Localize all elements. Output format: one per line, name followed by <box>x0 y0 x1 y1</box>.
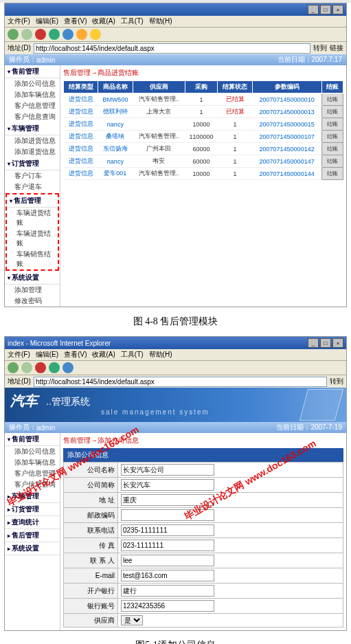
menu-help[interactable]: 帮助(H) <box>149 350 172 359</box>
minimize-button[interactable]: _ <box>308 5 319 14</box>
sidebar-item[interactable]: 添加退货信息 <box>5 146 60 157</box>
sidebar-item[interactable]: 客户信息查询 <box>5 111 60 122</box>
home-icon[interactable] <box>63 362 73 373</box>
sidebar-group-aftersale[interactable]: 售后管理 <box>5 529 60 542</box>
cell-type[interactable]: 进货信息 <box>64 168 98 180</box>
menu-file[interactable]: 文件(F) <box>8 16 30 26</box>
sidebar-group-presale[interactable]: 售前管理 <box>5 65 60 78</box>
stop-icon[interactable] <box>35 362 46 373</box>
maximize-button[interactable]: □ <box>320 338 331 348</box>
search-icon[interactable] <box>76 29 87 40</box>
menu-view[interactable]: 查看(V) <box>64 16 87 26</box>
close-button[interactable]: × <box>332 338 343 348</box>
sidebar-item[interactable]: 车辆销售结账 <box>7 249 58 269</box>
cell-code[interactable]: 2007071450000015 <box>252 118 321 131</box>
cell-code[interactable]: 2007071450000107 <box>252 131 321 143</box>
address-input[interactable] <box>34 377 327 387</box>
form-input[interactable] <box>121 600 214 612</box>
close-button[interactable]: × <box>332 5 343 14</box>
forward-icon[interactable] <box>21 29 32 40</box>
menu-fav[interactable]: 收藏(A) <box>92 350 115 359</box>
cell-product[interactable]: 桑塔纳 <box>98 131 133 143</box>
sidebar-group-order[interactable]: 订货管理 <box>5 157 60 170</box>
menu-file[interactable]: 文件(F) <box>8 350 30 359</box>
sidebar-item[interactable]: 客户信息管理 <box>5 468 60 479</box>
settle-button[interactable]: 结账 <box>322 106 343 118</box>
sidebar-item[interactable]: 客户信息查询 <box>5 479 60 490</box>
form-input[interactable] <box>121 555 214 566</box>
menu-tools[interactable]: 工具(T) <box>121 16 144 26</box>
cell-type[interactable]: 进货信息 <box>64 155 98 168</box>
sidebar-group-vehicle[interactable]: 车辆管理 <box>5 122 60 135</box>
settle-button[interactable]: 结账 <box>322 168 343 180</box>
cell-product[interactable]: BMW500 <box>98 93 133 106</box>
sidebar-group-vehicle[interactable]: 车辆管理 <box>5 490 60 503</box>
sidebar-item[interactable]: 客户信息管理 <box>5 100 60 111</box>
cell-type[interactable]: 进货信息 <box>64 131 98 143</box>
settle-button[interactable]: 结账 <box>322 131 343 143</box>
cell-product[interactable]: 德联利特 <box>98 106 133 118</box>
cell-type[interactable]: 进货信息 <box>64 143 98 155</box>
sidebar-item[interactable]: 添加管理 <box>5 285 60 296</box>
cell-code[interactable]: 2007071450000010 <box>252 93 321 106</box>
settle-button[interactable]: 结账 <box>322 93 343 106</box>
sidebar-item[interactable]: 添加车辆信息 <box>5 89 60 100</box>
minimize-button[interactable]: _ <box>308 338 319 348</box>
sidebar-item[interactable]: 添加进货信息 <box>5 135 60 146</box>
form-select[interactable]: 是 <box>121 615 143 625</box>
form-input[interactable] <box>121 509 214 521</box>
sidebar-group-presale[interactable]: 售前管理 <box>5 433 60 446</box>
menu-edit[interactable]: 编辑(E) <box>36 16 58 26</box>
sidebar-item[interactable]: 车辆进货结账 <box>7 208 58 228</box>
cell-product[interactable]: nancy <box>98 155 133 168</box>
address-input[interactable] <box>34 43 310 54</box>
cell-code[interactable]: 2007071450000013 <box>252 106 321 118</box>
form-input[interactable] <box>121 494 214 506</box>
menu-view[interactable]: 查看(V) <box>64 350 87 359</box>
cell-product[interactable]: 爱车001 <box>98 168 133 180</box>
settle-button[interactable]: 结账 <box>322 118 343 131</box>
cell-type[interactable]: 进货信息 <box>64 93 98 106</box>
refresh-icon[interactable] <box>49 362 60 373</box>
form-input[interactable] <box>121 524 214 536</box>
sidebar-item[interactable]: 修改密码 <box>5 296 60 307</box>
settle-button[interactable]: 结账 <box>322 143 343 155</box>
sidebar-item[interactable]: 添加公司信息 <box>5 446 60 457</box>
menu-edit[interactable]: 编辑(E) <box>36 350 58 359</box>
form-input[interactable] <box>121 585 214 597</box>
menu-tools[interactable]: 工具(T) <box>121 350 144 359</box>
sidebar-group-order[interactable]: 订货管理 <box>5 503 60 516</box>
sidebar-group-system[interactable]: 系统设置 <box>5 271 60 285</box>
menu-help[interactable]: 帮助(H) <box>149 16 172 26</box>
maximize-button[interactable]: □ <box>320 5 331 14</box>
cell-type[interactable]: 进货信息 <box>64 118 98 131</box>
form-input[interactable] <box>121 570 214 581</box>
cell-code[interactable]: 2007071450000142 <box>252 143 321 155</box>
form-input[interactable] <box>121 540 214 551</box>
back-icon[interactable] <box>8 29 19 40</box>
home-icon[interactable] <box>63 29 73 40</box>
sidebar-item[interactable]: 客户退车 <box>5 181 60 192</box>
sidebar-item[interactable]: 车辆进货结账 <box>7 228 58 249</box>
sidebar-group-system[interactable]: 系统设置 <box>5 542 60 555</box>
sidebar-item[interactable]: 添加车辆信息 <box>5 457 60 468</box>
settle-button[interactable]: 结账 <box>322 155 343 168</box>
go-button[interactable]: 转到 <box>330 377 343 386</box>
back-icon[interactable] <box>8 362 19 373</box>
stop-icon[interactable] <box>35 29 46 40</box>
cell-code[interactable]: 2007071450000147 <box>252 155 321 168</box>
sidebar-item[interactable]: 客户订车 <box>5 170 60 181</box>
menu-fav[interactable]: 收藏(A) <box>92 16 115 26</box>
go-button[interactable]: 转到 <box>313 43 327 53</box>
form-input[interactable] <box>121 464 214 476</box>
cell-product[interactable]: 东信扬海 <box>98 143 133 155</box>
cell-product[interactable]: nancy <box>98 118 133 131</box>
sidebar-group-aftersale[interactable]: 售后管理 <box>7 195 58 208</box>
sidebar-item[interactable]: 添加公司信息 <box>5 78 60 89</box>
sidebar-group-stats[interactable]: 查询统计 <box>5 516 60 529</box>
form-input[interactable] <box>121 479 214 491</box>
favorites-icon[interactable] <box>90 29 101 40</box>
forward-icon[interactable] <box>21 362 32 373</box>
cell-type[interactable]: 进货信息 <box>64 106 98 118</box>
cell-code[interactable]: 2007071450000144 <box>252 168 321 180</box>
